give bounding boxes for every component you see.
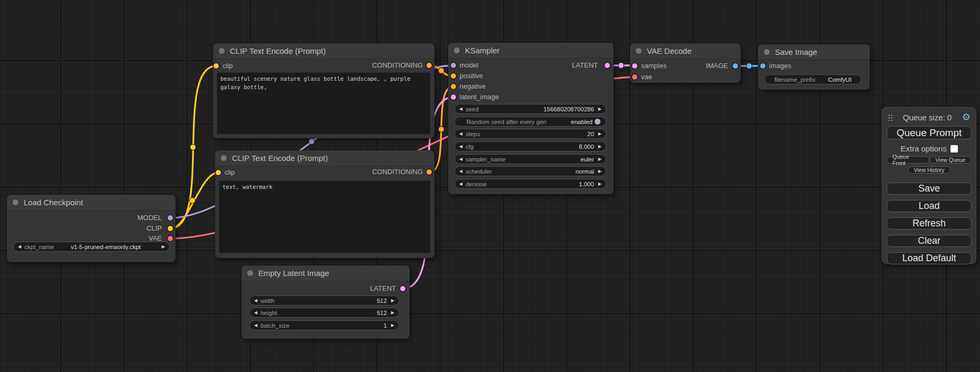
node-collapse-dot[interactable]: [13, 199, 18, 205]
node-collapse-dot[interactable]: [764, 49, 770, 55]
decrement-arrow-icon[interactable]: ◀: [459, 145, 462, 149]
node-vae-decode[interactable]: VAE Decode samples vae IMAGE: [630, 43, 741, 83]
node-title: CLIP Text Encode (Prompt): [230, 46, 326, 55]
node-clip-text-encode-positive[interactable]: CLIP Text Encode (Prompt) clip CONDITION…: [213, 43, 434, 138]
gear-icon[interactable]: ⚙: [962, 112, 971, 122]
random-seed-toggle-widget[interactable]: Random seed after every gen enabled: [454, 117, 606, 127]
queue-size-label: Queue size: 0: [892, 113, 962, 122]
ckpt-name-widget[interactable]: ◀ ckpt_name v1-5-pruned-emaonly.ckpt ▶: [13, 242, 170, 252]
queue-prompt-button[interactable]: Queue Prompt: [887, 126, 972, 139]
increment-arrow-icon[interactable]: ▶: [391, 311, 394, 315]
decrement-arrow-icon[interactable]: ◀: [459, 132, 462, 136]
widget-name: Random seed after every gen: [467, 119, 547, 125]
increment-arrow-icon[interactable]: ▶: [598, 169, 601, 174]
widget-value: normal: [492, 168, 594, 175]
view-queue-button[interactable]: View Queue: [929, 156, 972, 164]
input-dot-clip[interactable]: [216, 170, 221, 175]
view-history-button[interactable]: View History: [908, 166, 950, 174]
node-collapse-dot[interactable]: [221, 155, 227, 161]
increment-arrow-icon[interactable]: ▶: [598, 132, 601, 136]
widget-name: cfg: [465, 144, 473, 150]
increment-arrow-icon[interactable]: ▶: [391, 299, 394, 303]
clear-button[interactable]: Clear: [887, 235, 972, 247]
input-label-negative: negative: [460, 82, 486, 90]
node-collapse-dot[interactable]: [247, 270, 253, 276]
denoise-widget[interactable]: ◀ denoise 1.000 ▶: [454, 179, 606, 189]
node-title: Load Checkpoint: [24, 198, 83, 207]
node-empty-latent-image[interactable]: Empty Latent Image LATENT ◀ width 512 ▶ …: [241, 265, 410, 339]
increment-arrow-icon[interactable]: ▶: [598, 157, 601, 161]
node-clip-text-encode-negative[interactable]: CLIP Text Encode (Prompt) clip CONDITION…: [215, 150, 434, 258]
widget-name: width: [260, 298, 275, 304]
link-midpoint-dot: [190, 198, 196, 204]
prompt-textarea[interactable]: beautiful scenery nature glass bottle la…: [217, 72, 431, 135]
node-collapse-dot[interactable]: [454, 47, 460, 53]
widget-value: 1.000: [487, 181, 594, 187]
batch-size-widget[interactable]: ◀ batch_size 1 ▶: [249, 320, 399, 330]
output-dot-clip[interactable]: [168, 226, 173, 231]
increment-arrow-icon[interactable]: ▶: [598, 145, 601, 149]
increment-arrow-icon[interactable]: ▶: [391, 323, 394, 328]
node-title: VAE Decode: [647, 46, 692, 55]
increment-arrow-icon[interactable]: ▶: [598, 182, 601, 186]
toggle-indicator-icon[interactable]: [595, 119, 600, 125]
output-dot-conditioning[interactable]: [426, 63, 432, 68]
input-dot-latent-image[interactable]: [451, 94, 456, 100]
scheduler-widget[interactable]: ◀ scheduler normal ▶: [454, 166, 606, 176]
node-load-checkpoint[interactable]: Load Checkpoint MODEL CLIP VAE ◀ ckpt_na…: [7, 195, 176, 262]
extra-options-checkbox[interactable]: [950, 145, 958, 152]
widget-name: ckpt_name: [24, 244, 54, 250]
input-dot-samples[interactable]: [632, 63, 637, 69]
widget-name: denoise: [465, 181, 487, 187]
decrement-arrow-icon[interactable]: ◀: [459, 182, 462, 186]
filename-prefix-widget[interactable]: filename_prefix ComfyUI: [764, 74, 861, 84]
input-dot-images[interactable]: [760, 63, 765, 69]
decrement-arrow-icon[interactable]: ◀: [459, 169, 462, 174]
decrement-arrow-icon[interactable]: ◀: [459, 157, 462, 161]
node-collapse-dot[interactable]: [219, 48, 225, 54]
output-dot-vae[interactable]: [168, 236, 173, 241]
output-dot-latent[interactable]: [605, 63, 610, 68]
decrement-arrow-icon[interactable]: ◀: [254, 299, 257, 303]
decrement-arrow-icon[interactable]: ◀: [254, 323, 257, 328]
node-graph-canvas[interactable]: Load Checkpoint MODEL CLIP VAE ◀ ckpt_na…: [0, 0, 980, 372]
input-dot-positive[interactable]: [451, 73, 456, 79]
queue-front-button[interactable]: Queue Front: [887, 156, 929, 164]
seed-widget[interactable]: ◀ seed 156680208700286 ▶: [454, 104, 606, 114]
input-dot-vae[interactable]: [632, 74, 637, 80]
input-dot-clip[interactable]: [214, 63, 219, 69]
width-widget[interactable]: ◀ width 512 ▶: [249, 295, 399, 306]
output-label-conditioning: CONDITIONING: [372, 168, 423, 176]
link-midpoint-dot: [190, 145, 196, 150]
prompt-textarea[interactable]: text, watermark: [219, 180, 431, 253]
output-label-conditioning: CONDITIONING: [372, 61, 423, 69]
load-default-button[interactable]: Load Default: [887, 252, 972, 264]
drag-handle-icon[interactable]: [888, 113, 892, 121]
output-label-image: IMAGE: [706, 62, 728, 70]
decrement-arrow-icon[interactable]: ◀: [459, 107, 462, 111]
refresh-button[interactable]: Refresh: [887, 217, 972, 230]
output-dot-conditioning[interactable]: [426, 169, 432, 175]
height-widget[interactable]: ◀ height 512 ▶: [249, 308, 399, 318]
node-save-image[interactable]: Save Image images filename_prefix ComfyU…: [758, 44, 870, 90]
sampler-name-widget[interactable]: ◀ sampler_name euler ▶: [454, 154, 606, 164]
save-button[interactable]: Save: [887, 183, 972, 195]
decrement-arrow-icon[interactable]: ◀: [254, 311, 257, 315]
cfg-widget[interactable]: ◀ cfg 8.000 ▶: [454, 141, 606, 151]
decrement-arrow-icon[interactable]: ◀: [18, 245, 21, 249]
increment-arrow-icon[interactable]: ▶: [162, 245, 165, 249]
increment-arrow-icon[interactable]: ▶: [598, 107, 601, 111]
widget-name: seed: [465, 106, 479, 112]
output-dot-model[interactable]: [168, 215, 173, 221]
steps-widget[interactable]: ◀ steps 20 ▶: [454, 129, 606, 139]
input-dot-negative[interactable]: [451, 84, 456, 89]
output-dot-image[interactable]: [733, 63, 738, 69]
widget-value: 512: [277, 310, 387, 316]
load-button[interactable]: Load: [887, 200, 972, 212]
node-ksampler[interactable]: KSampler model positive negative latent_…: [448, 43, 614, 194]
output-dot-latent[interactable]: [400, 286, 405, 291]
node-collapse-dot[interactable]: [636, 48, 642, 54]
link-midpoint-dot: [746, 63, 752, 69]
input-dot-model[interactable]: [451, 63, 456, 68]
widget-name: filename_prefix: [774, 77, 816, 83]
